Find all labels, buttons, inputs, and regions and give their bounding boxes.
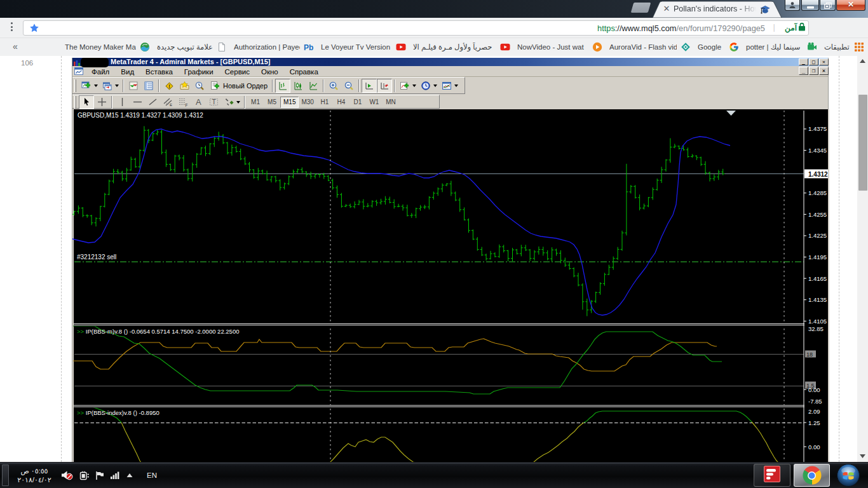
bookmark-label: NowVideo - Just wat <box>517 43 588 51</box>
tab-close-icon[interactable]: ✕ <box>662 4 671 13</box>
show-desktop-button[interactable] <box>2 464 9 486</box>
mt4-market-watch-button[interactable] <box>126 79 141 93</box>
scrollbar-thumb[interactable] <box>858 95 867 191</box>
secure-label[interactable]: آمن <box>785 24 797 32</box>
mt4-timeframe-MN[interactable]: MN <box>383 97 399 108</box>
svg-text:1.4105: 1.4105 <box>808 318 827 325</box>
bookmark-item[interactable]: تطبيقات <box>824 40 864 54</box>
lock-icon[interactable] <box>798 22 806 34</box>
mt4-vline-button[interactable] <box>114 95 130 109</box>
page-scrollbar[interactable] <box>857 56 868 462</box>
taskbar-clock[interactable]: ٠٥:٥٥ ص ٢٠١٨/٠٤/٠٢ <box>11 466 57 484</box>
bookmark-item[interactable]: Le Voyeur Tv Version <box>321 40 406 54</box>
speaker-muted-icon[interactable] <box>61 470 74 480</box>
minimize-button[interactable] <box>801 0 819 11</box>
mt4-timeframe-M1[interactable]: M1 <box>247 97 264 108</box>
mt4-menu-Сервис[interactable]: Сервис <box>219 68 255 76</box>
mt4-menu-Справка[interactable]: Справка <box>284 68 324 76</box>
gbpusd-chart: GBPUSD,M15 1.4319 1.4327 1.4309 1.4312#3… <box>72 109 829 462</box>
mt4-timeframe-H1[interactable]: H1 <box>316 97 333 108</box>
mt4-new-chart-button[interactable] <box>79 79 100 93</box>
bookmark-item[interactable]: Authorization | PayeePb <box>234 40 314 54</box>
mt4-chart-candles-button[interactable] <box>290 79 306 93</box>
taskbar-app-red-docs[interactable] <box>754 464 790 487</box>
mt4-auto-scroll-button[interactable] <box>362 79 377 93</box>
maximize-button[interactable] <box>820 0 836 11</box>
mt4-navigator-button[interactable]: ! <box>161 79 177 93</box>
mt4-chart-area[interactable]: GBPUSD,M15 1.4319 1.4327 1.4309 1.4312#3… <box>72 109 829 462</box>
taskbar-app-chrome[interactable] <box>794 464 830 487</box>
browser-tab-active[interactable]: ✕ Pollan's indicators - How <box>652 1 782 18</box>
windows-start-button[interactable] <box>834 463 865 487</box>
toolbar-separator <box>158 79 159 92</box>
scrollbar-down-arrow[interactable] <box>857 451 868 462</box>
mt4-favorites-button[interactable] <box>177 79 192 93</box>
mt4-label-button[interactable]: T <box>206 95 221 109</box>
mt4-trendline-button[interactable] <box>145 95 160 109</box>
mt4-zoom-out-button[interactable] <box>341 79 356 93</box>
bookmark-item[interactable]: علامة تبويب جديدة <box>157 40 227 54</box>
mt4-timeframe-M5[interactable]: M5 <box>264 97 280 108</box>
dropdown-caret-icon <box>433 85 437 87</box>
mt4-close-button[interactable]: ✕ <box>819 58 829 65</box>
mt4-menu-Окно[interactable]: Окно <box>255 68 284 76</box>
url-text[interactable]: https://www.mql5.com/en/forum/179290/pag… <box>597 24 765 33</box>
mt4-fibo-button[interactable]: F <box>175 95 191 109</box>
mt4-crosshair-button[interactable] <box>94 95 109 109</box>
network-signal-icon[interactable] <box>110 471 120 480</box>
close-button[interactable]: ✕ <box>836 0 865 11</box>
bookmark-item[interactable]: NowVideo - Just wat <box>517 40 602 54</box>
toolbar-separator <box>323 79 324 92</box>
mt4-child-close-button[interactable]: ✕ <box>819 67 829 75</box>
bookmark-item[interactable]: The Money Maker Ma <box>65 40 150 54</box>
mt4-profiles-button[interactable] <box>100 79 121 93</box>
bookmark-item[interactable]: Google <box>698 40 739 54</box>
mt4-child-restore-button[interactable]: ❐ <box>809 67 818 75</box>
mt4-menu-Вид[interactable]: Вид <box>115 68 140 76</box>
mt4-indicators-button[interactable] <box>397 79 418 93</box>
new-tab-button[interactable] <box>631 3 651 13</box>
mt4-timeframe-H4[interactable]: H4 <box>333 97 349 108</box>
mt4-timeframe-D1[interactable]: D1 <box>349 97 366 108</box>
mt4-menu-Вставка[interactable]: Вставка <box>140 68 179 76</box>
bookmark-label: علامة تبويب جديدة <box>157 43 213 51</box>
mt4-templates-button[interactable] <box>439 79 460 93</box>
mt4-cursor-button[interactable] <box>79 95 94 109</box>
mt4-arrows-button[interactable] <box>221 95 242 109</box>
mt4-minimize-button[interactable]: _ <box>799 58 808 65</box>
mt4-zoom-in-button[interactable] <box>326 79 341 93</box>
profile-button[interactable] <box>785 0 800 11</box>
new-order-label[interactable]: Новый Ордер <box>223 82 268 90</box>
mt4-timeframe-M30[interactable]: M30 <box>299 97 316 108</box>
bookmark-item[interactable]: AuroraVid - Flash vid <box>609 40 691 54</box>
power-plug-icon[interactable] <box>79 471 90 480</box>
mt4-menu-Графики[interactable]: Графики <box>179 68 219 76</box>
bookmark-item[interactable]: potter | سينما ليك <box>746 40 817 54</box>
language-indicator[interactable]: EN <box>139 471 157 479</box>
mt4-periods-button[interactable] <box>418 79 439 93</box>
browser-menu-icon[interactable] <box>5 21 18 35</box>
mt4-chart-line-button[interactable] <box>306 79 321 93</box>
mt4-menu-Файл[interactable]: Файл <box>86 68 115 76</box>
bookmark-star-icon[interactable] <box>29 23 39 36</box>
mt4-tester-button[interactable] <box>192 79 207 93</box>
mt4-maximize-button[interactable]: □ <box>809 58 818 65</box>
mt4-timeframe-W1[interactable]: W1 <box>366 97 383 108</box>
mt4-data-window-button[interactable] <box>141 79 156 93</box>
mt4-chart-shift-button[interactable] <box>377 79 392 93</box>
mt4-text-button[interactable]: A <box>191 95 206 109</box>
mt4-timeframe-M15[interactable]: M15 <box>280 97 299 108</box>
bookmarks-overflow-chevron[interactable]: « <box>13 41 18 51</box>
mt4-chart-bars-button[interactable] <box>275 79 290 93</box>
flag-icon[interactable] <box>95 471 104 480</box>
hidden-icons-arrow-icon[interactable] <box>126 472 133 478</box>
scrollbar-up-arrow[interactable] <box>857 56 868 67</box>
clock-time: ٠٥:٥٥ ص <box>11 466 57 475</box>
mt4-new-order-button[interactable] <box>207 79 222 93</box>
omnibox-separator: | <box>773 22 775 32</box>
nowvideo-icon <box>592 42 602 52</box>
mt4-channel-button[interactable]: E <box>160 95 175 109</box>
mt4-child-minimize-button[interactable]: _ <box>799 67 808 75</box>
mt4-hline-button[interactable] <box>130 95 145 109</box>
bookmark-item[interactable]: حصرياً ولأول مـرة فيلـم الا <box>413 40 510 54</box>
